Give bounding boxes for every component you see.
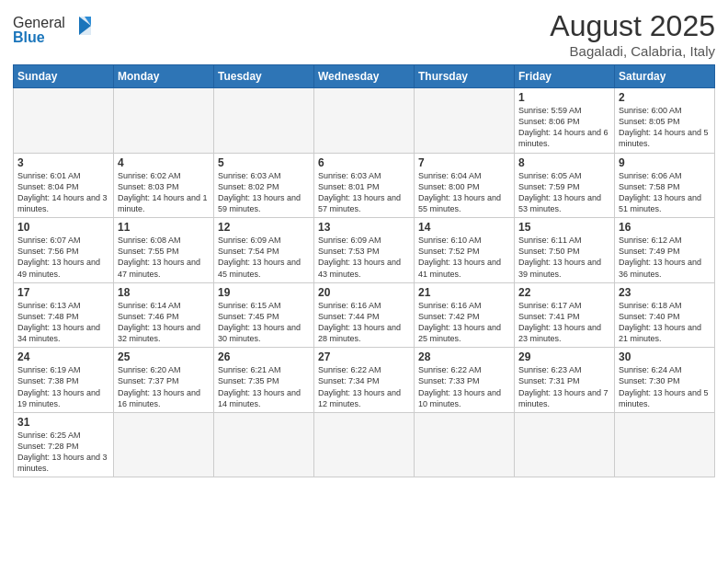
logo-area: General Blue [13, 9, 96, 54]
calendar-week-1: 3Sunrise: 6:01 AM Sunset: 8:04 PM Daylig… [14, 153, 715, 218]
day-info: Sunrise: 6:14 AM Sunset: 7:46 PM Dayligh… [118, 300, 210, 345]
calendar-cell [515, 412, 615, 477]
day-info: Sunrise: 6:05 AM Sunset: 7:59 PM Dayligh… [518, 170, 610, 215]
day-number: 28 [418, 350, 510, 363]
calendar-cell: 10Sunrise: 6:07 AM Sunset: 7:56 PM Dayli… [14, 218, 114, 283]
day-info: Sunrise: 6:04 AM Sunset: 8:00 PM Dayligh… [418, 170, 510, 215]
day-info: Sunrise: 6:17 AM Sunset: 7:41 PM Dayligh… [518, 300, 610, 345]
calendar-cell: 22Sunrise: 6:17 AM Sunset: 7:41 PM Dayli… [515, 282, 615, 348]
calendar-cell [214, 412, 314, 477]
day-number: 3 [17, 156, 109, 169]
calendar-cell [415, 88, 515, 154]
calendar-cell: 27Sunrise: 6:22 AM Sunset: 7:34 PM Dayli… [314, 348, 415, 413]
day-number: 7 [418, 156, 510, 169]
calendar-cell: 28Sunrise: 6:22 AM Sunset: 7:33 PM Dayli… [415, 348, 515, 413]
calendar-header-row: SundayMondayTuesdayWednesdayThursdayFrid… [14, 65, 715, 88]
day-info: Sunrise: 6:10 AM Sunset: 7:52 PM Dayligh… [418, 235, 510, 280]
calendar-cell: 29Sunrise: 6:23 AM Sunset: 7:31 PM Dayli… [515, 348, 615, 413]
calendar-cell: 14Sunrise: 6:10 AM Sunset: 7:52 PM Dayli… [415, 218, 515, 283]
calendar-header-tuesday: Tuesday [214, 65, 314, 88]
day-info: Sunrise: 6:19 AM Sunset: 7:38 PM Dayligh… [17, 364, 109, 409]
day-number: 25 [118, 350, 210, 363]
calendar-cell: 13Sunrise: 6:09 AM Sunset: 7:53 PM Dayli… [314, 218, 415, 283]
calendar-week-2: 10Sunrise: 6:07 AM Sunset: 7:56 PM Dayli… [14, 218, 715, 283]
day-number: 31 [17, 416, 109, 429]
calendar-cell: 24Sunrise: 6:19 AM Sunset: 7:38 PM Dayli… [14, 348, 114, 413]
day-number: 11 [118, 221, 210, 234]
logo: General Blue [13, 9, 96, 54]
day-number: 8 [518, 156, 610, 169]
calendar-table: SundayMondayTuesdayWednesdayThursdayFrid… [13, 64, 715, 477]
day-number: 29 [518, 350, 610, 363]
calendar-week-4: 24Sunrise: 6:19 AM Sunset: 7:38 PM Dayli… [14, 348, 715, 413]
day-info: Sunrise: 6:11 AM Sunset: 7:50 PM Dayligh… [518, 235, 610, 280]
calendar-cell: 30Sunrise: 6:24 AM Sunset: 7:30 PM Dayli… [615, 348, 715, 413]
calendar-header-sunday: Sunday [14, 65, 114, 88]
day-number: 12 [218, 221, 310, 234]
day-info: Sunrise: 6:22 AM Sunset: 7:34 PM Dayligh… [318, 364, 410, 409]
calendar-cell [314, 88, 415, 154]
location-title: Bagaladi, Calabria, Italy [550, 43, 715, 59]
calendar-cell: 4Sunrise: 6:02 AM Sunset: 8:03 PM Daylig… [114, 153, 214, 218]
day-number: 19 [218, 286, 310, 299]
day-number: 27 [318, 350, 410, 363]
calendar-cell: 15Sunrise: 6:11 AM Sunset: 7:50 PM Dayli… [515, 218, 615, 283]
day-number: 18 [118, 286, 210, 299]
day-info: Sunrise: 6:01 AM Sunset: 8:04 PM Dayligh… [17, 170, 109, 215]
day-info: Sunrise: 6:25 AM Sunset: 7:28 PM Dayligh… [17, 430, 109, 475]
calendar-cell [214, 88, 314, 154]
day-info: Sunrise: 6:12 AM Sunset: 7:49 PM Dayligh… [619, 235, 711, 280]
calendar-cell: 23Sunrise: 6:18 AM Sunset: 7:40 PM Dayli… [615, 282, 715, 348]
calendar-cell [314, 412, 415, 477]
svg-text:General: General [13, 15, 65, 30]
day-info: Sunrise: 6:16 AM Sunset: 7:42 PM Dayligh… [418, 300, 510, 345]
day-number: 20 [318, 286, 410, 299]
day-number: 30 [619, 350, 711, 363]
header: General Blue August 2025 Bagaladi, Calab… [13, 9, 715, 59]
day-info: Sunrise: 6:24 AM Sunset: 7:30 PM Dayligh… [619, 364, 711, 409]
calendar-cell: 17Sunrise: 6:13 AM Sunset: 7:48 PM Dayli… [14, 282, 114, 348]
calendar-cell: 20Sunrise: 6:16 AM Sunset: 7:44 PM Dayli… [314, 282, 415, 348]
calendar-cell: 12Sunrise: 6:09 AM Sunset: 7:54 PM Dayli… [214, 218, 314, 283]
calendar-cell: 16Sunrise: 6:12 AM Sunset: 7:49 PM Dayli… [615, 218, 715, 283]
day-info: Sunrise: 6:16 AM Sunset: 7:44 PM Dayligh… [318, 300, 410, 345]
day-info: Sunrise: 6:23 AM Sunset: 7:31 PM Dayligh… [518, 364, 610, 409]
day-number: 15 [518, 221, 610, 234]
calendar-cell: 21Sunrise: 6:16 AM Sunset: 7:42 PM Dayli… [415, 282, 515, 348]
day-number: 5 [218, 156, 310, 169]
day-number: 10 [17, 221, 109, 234]
calendar-cell: 31Sunrise: 6:25 AM Sunset: 7:28 PM Dayli… [14, 412, 114, 477]
calendar-cell: 9Sunrise: 6:06 AM Sunset: 7:58 PM Daylig… [615, 153, 715, 218]
calendar-header-wednesday: Wednesday [314, 65, 415, 88]
calendar-cell: 25Sunrise: 6:20 AM Sunset: 7:37 PM Dayli… [114, 348, 214, 413]
day-info: Sunrise: 6:15 AM Sunset: 7:45 PM Dayligh… [218, 300, 310, 345]
day-info: Sunrise: 6:07 AM Sunset: 7:56 PM Dayligh… [17, 235, 109, 280]
calendar-cell: 6Sunrise: 6:03 AM Sunset: 8:01 PM Daylig… [314, 153, 415, 218]
day-number: 17 [17, 286, 109, 299]
calendar-week-3: 17Sunrise: 6:13 AM Sunset: 7:48 PM Dayli… [14, 282, 715, 348]
calendar-cell [415, 412, 515, 477]
calendar-cell [615, 412, 715, 477]
day-number: 16 [619, 221, 711, 234]
svg-text:Blue: Blue [13, 29, 45, 45]
page: General Blue August 2025 Bagaladi, Calab… [0, 0, 728, 563]
calendar-week-0: 1Sunrise: 5:59 AM Sunset: 8:06 PM Daylig… [14, 88, 715, 154]
calendar-week-5: 31Sunrise: 6:25 AM Sunset: 7:28 PM Dayli… [14, 412, 715, 477]
calendar-header-monday: Monday [114, 65, 214, 88]
title-area: August 2025 Bagaladi, Calabria, Italy [550, 9, 715, 59]
day-info: Sunrise: 6:02 AM Sunset: 8:03 PM Dayligh… [118, 170, 210, 215]
day-number: 13 [318, 221, 410, 234]
calendar-cell: 1Sunrise: 5:59 AM Sunset: 8:06 PM Daylig… [515, 88, 615, 154]
day-number: 6 [318, 156, 410, 169]
calendar-cell [14, 88, 114, 154]
calendar-cell: 11Sunrise: 6:08 AM Sunset: 7:55 PM Dayli… [114, 218, 214, 283]
month-title: August 2025 [550, 9, 715, 43]
day-number: 23 [619, 286, 711, 299]
day-info: Sunrise: 5:59 AM Sunset: 8:06 PM Dayligh… [518, 105, 610, 150]
calendar-cell: 5Sunrise: 6:03 AM Sunset: 8:02 PM Daylig… [214, 153, 314, 218]
day-number: 26 [218, 350, 310, 363]
day-info: Sunrise: 6:06 AM Sunset: 7:58 PM Dayligh… [619, 170, 711, 215]
day-info: Sunrise: 6:22 AM Sunset: 7:33 PM Dayligh… [418, 364, 510, 409]
day-info: Sunrise: 6:09 AM Sunset: 7:54 PM Dayligh… [218, 235, 310, 280]
calendar-cell: 2Sunrise: 6:00 AM Sunset: 8:05 PM Daylig… [615, 88, 715, 154]
